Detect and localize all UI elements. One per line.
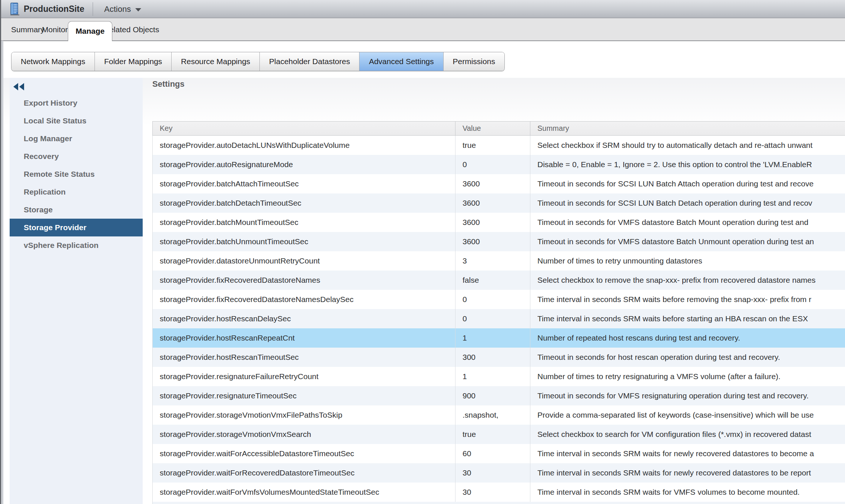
- cell-value: 1: [455, 328, 530, 348]
- column-header-summary[interactable]: Summary: [530, 122, 845, 135]
- cell-summary: Select checkbox to search for VM configu…: [530, 425, 845, 444]
- cell-key: storageProvider.datastoreUnmountRetryCou…: [153, 251, 455, 271]
- table-row[interactable]: storageProvider.batchUnmountTimeoutSec36…: [153, 232, 845, 251]
- sidebar-item-storage[interactable]: Storage: [10, 201, 143, 219]
- tab-strip: Summary Monitor Manage Related Objects: [0, 18, 845, 41]
- cell-value: 0: [455, 290, 530, 309]
- table-row[interactable]: storageProvider.storageVmotionVmxSearcht…: [153, 425, 845, 444]
- table-body: storageProvider.autoDetachLUNsWithDuplic…: [152, 136, 845, 504]
- table-row[interactable]: storageProvider.batchMountTimeoutSec3600…: [153, 213, 845, 232]
- cell-value: false: [455, 271, 530, 290]
- sidebar-item-recovery[interactable]: Recovery: [10, 147, 143, 165]
- cell-key: storageProvider.waitForAccessibleDatasto…: [153, 444, 455, 463]
- column-header-key[interactable]: Key: [153, 122, 455, 135]
- cell-key: storageProvider.resignatureFailureRetryC…: [153, 367, 455, 386]
- table-row[interactable]: storageProvider.storageVmotionVmxFilePat…: [153, 405, 845, 425]
- cell-value: 3600: [455, 213, 530, 232]
- settings-table: Key Value Summary storageProvider.autoDe…: [152, 121, 845, 504]
- table-row[interactable]: storageProvider.waitForVmfsVolumesMounte…: [153, 483, 845, 502]
- actions-menu-button[interactable]: Actions: [104, 0, 141, 18]
- tab-summary[interactable]: Summary: [11, 18, 44, 40]
- table-row[interactable]: storageProvider.autoResignatureMode0Disa…: [153, 155, 845, 174]
- sidebar-item-replication[interactable]: Replication: [10, 183, 143, 201]
- cell-summary: Number of times to retry unmounting data…: [530, 251, 845, 271]
- table-row[interactable]: storageProvider.autoDetachLUNsWithDuplic…: [153, 136, 845, 155]
- column-header-value[interactable]: Value: [455, 122, 530, 135]
- cell-summary: Time interval in seconds SRM waits for n…: [530, 444, 845, 463]
- page-title: Settings: [152, 79, 185, 89]
- table-row[interactable]: storageProvider.fixRecoveredDatastoreNam…: [153, 290, 845, 309]
- object-title: ProductionSite: [24, 0, 84, 18]
- cell-value: true: [455, 425, 530, 444]
- table-row[interactable]: storageProvider.resignatureTimeoutSec900…: [153, 386, 845, 405]
- table-row[interactable]: storageProvider.batchDetachTimeoutSec360…: [153, 193, 845, 213]
- subtab-button-group: Network MappingsFolder MappingsResource …: [11, 52, 505, 71]
- subtab-permissions[interactable]: Permissions: [444, 52, 504, 71]
- cell-value: 1: [455, 367, 530, 386]
- cell-key: storageProvider.fixRecoveredDatastoreNam…: [153, 290, 455, 309]
- cell-value: 30: [455, 483, 530, 502]
- tab-monitor[interactable]: Monitor: [42, 18, 68, 40]
- cell-summary: Select checkbox to remove the snap-xxx- …: [530, 271, 845, 290]
- cell-summary: Time interval in seconds SRM waits for V…: [530, 483, 845, 502]
- subtab-advanced-settings[interactable]: Advanced Settings: [359, 52, 443, 71]
- cell-value: 3600: [455, 174, 530, 193]
- cell-key: storageProvider.batchAttachTimeoutSec: [153, 174, 455, 193]
- cell-summary: Timeout in seconds for SCSI LUN Batch At…: [530, 174, 845, 193]
- subtab-resource-mappings[interactable]: Resource Mappings: [172, 52, 260, 71]
- table-row[interactable]: storageProvider.waitForAccessibleDatasto…: [153, 444, 845, 463]
- tab-manage[interactable]: Manage: [68, 21, 112, 41]
- sidebar-item-vsphere-replication[interactable]: vSphere Replication: [10, 236, 143, 254]
- cell-summary: Number of repeated host rescans during t…: [530, 328, 845, 348]
- cell-summary: Timeout in seconds for VMFS resignaturin…: [530, 386, 845, 405]
- cell-key: storageProvider.hostRescanRepeatCnt: [153, 328, 455, 348]
- sidebar-item-log-manager[interactable]: Log Manager: [10, 130, 143, 147]
- collapse-sidebar-button[interactable]: [13, 83, 26, 91]
- cell-key: storageProvider.batchMountTimeoutSec: [153, 213, 455, 232]
- table-row[interactable]: storageProvider.hostRescanRepeatCnt1Numb…: [153, 328, 845, 348]
- table-row[interactable]: storageProvider.datastoreUnmountRetryCou…: [153, 251, 845, 271]
- cell-summary: Timeout in seconds for VMFS datastore Ba…: [530, 213, 845, 232]
- cell-value: 3600: [455, 232, 530, 251]
- cell-key: storageProvider.resignatureTimeoutSec: [153, 386, 455, 405]
- cell-value: 0: [455, 155, 530, 174]
- table-row-partial: [153, 502, 845, 504]
- table-row[interactable]: storageProvider.hostRescanDelaySec0Time …: [153, 309, 845, 328]
- cell-key: storageProvider.autoResignatureMode: [153, 155, 455, 174]
- cell-summary: Provide a comma-separated list of keywor…: [530, 405, 845, 425]
- sidebar-item-storage-provider[interactable]: Storage Provider: [10, 219, 143, 236]
- cell-value: 3: [455, 251, 530, 271]
- table-header: Key Value Summary: [152, 121, 845, 136]
- sidebar-item-remote-site-status[interactable]: Remote Site Status: [10, 165, 143, 183]
- subtab-folder-mappings[interactable]: Folder Mappings: [95, 52, 172, 71]
- cell-summary: Timeout in seconds for SCSI LUN Batch De…: [530, 193, 845, 213]
- cell-value: 0: [455, 309, 530, 328]
- cell-value: 30: [455, 463, 530, 483]
- table-row[interactable]: storageProvider.resignatureFailureRetryC…: [153, 367, 845, 386]
- cell-key: storageProvider.batchUnmountTimeoutSec: [153, 232, 455, 251]
- subtab-placeholder-datastores[interactable]: Placeholder Datastores: [260, 52, 359, 71]
- table-row[interactable]: storageProvider.waitForRecoveredDatastor…: [153, 463, 845, 483]
- cell-key: storageProvider.storageVmotionVmxSearch: [153, 425, 455, 444]
- table-row[interactable]: storageProvider.hostRescanTimeoutSec300T…: [153, 348, 845, 367]
- table-row[interactable]: storageProvider.batchAttachTimeoutSec360…: [153, 174, 845, 193]
- cell-summary: Select checkbox if SRM should try to aut…: [530, 136, 845, 155]
- cell-key: storageProvider.hostRescanTimeoutSec: [153, 348, 455, 367]
- building-icon: [10, 3, 19, 16]
- subtab-network-mappings[interactable]: Network Mappings: [11, 52, 95, 71]
- cell-summary: Disable = 0, Enable = 1, Ignore = 2. Use…: [530, 155, 845, 174]
- cell-summary: Timeout in seconds for VMFS datastore Ba…: [530, 232, 845, 251]
- cell-key: storageProvider.waitForVmfsVolumesMounte…: [153, 483, 455, 502]
- sidebar-item-export-history[interactable]: Export History: [10, 94, 143, 112]
- sidebar: Export HistoryLocal Site StatusLog Manag…: [10, 78, 143, 504]
- sidebar-item-local-site-status[interactable]: Local Site Status: [10, 112, 143, 130]
- cell-key: storageProvider.fixRecoveredDatastoreNam…: [153, 271, 455, 290]
- cell-value: 3600: [455, 193, 530, 213]
- cell-summary: Number of times to retry resignaturing a…: [530, 367, 845, 386]
- cell-value: true: [455, 136, 530, 155]
- cell-summary: Timeout in seconds for host rescan opera…: [530, 348, 845, 367]
- table-row[interactable]: storageProvider.fixRecoveredDatastoreNam…: [153, 271, 845, 290]
- topbar: ProductionSite Actions: [0, 0, 845, 18]
- cell-key: storageProvider.batchDetachTimeoutSec: [153, 193, 455, 213]
- cell-summary: Time interval in seconds SRM waits befor…: [530, 309, 845, 328]
